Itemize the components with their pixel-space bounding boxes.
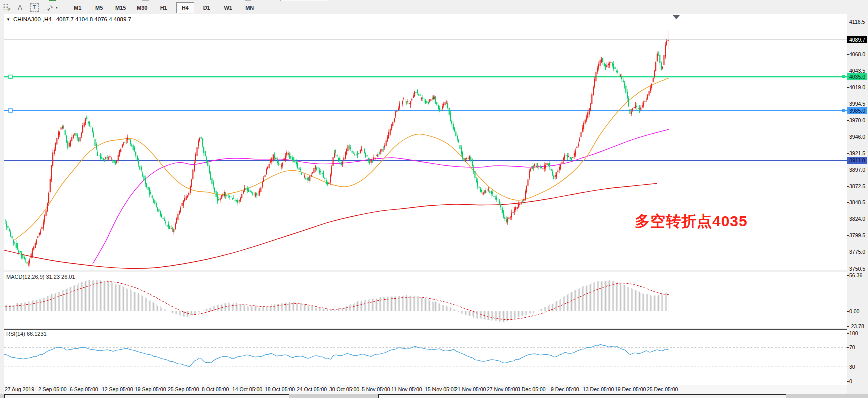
grid-icon: F (2, 4, 11, 12)
boxed-t-icon: T (30, 4, 39, 12)
price-badge-4035.0: 4035.0 (847, 74, 867, 80)
clipped-window-fragment (378, 394, 786, 398)
price-tick-label: 3970.0 (849, 118, 865, 124)
text-box-tool-button[interactable]: T (30, 3, 39, 13)
timeframe-button-w1[interactable]: W1 (219, 2, 237, 14)
text-label-tool-button[interactable]: A (18, 3, 22, 13)
price-tick-label: 3946.0 (849, 134, 865, 140)
time-axis-label: 6 Sep 05:00 (70, 386, 98, 392)
time-axis-label: 12 Sep 05:00 (102, 386, 133, 392)
price-tick-label: 3750.5 (849, 266, 865, 272)
timeframe-button-m15[interactable]: M15 (112, 2, 130, 14)
time-axis-label: 19 Sep 05:00 (135, 386, 166, 392)
price-tick-label: 3799.5 (849, 232, 865, 238)
time-axis-label: 11 Nov 05:00 (391, 386, 422, 392)
time-axis-label: 27 Nov 05:00 (487, 386, 518, 392)
ohlc-values: 4087.7 4104.8 4076.4 4089.7 (56, 16, 131, 22)
chart-title: ▼ CHINA300-,H4 4087.7 4104.8 4076.4 4089… (6, 16, 131, 22)
letter-a-icon: A (18, 4, 22, 12)
timeframe-button-h1[interactable]: H1 (155, 2, 173, 14)
macd-tick-label: 0.00 (849, 308, 859, 314)
bottom-clipped-windows (0, 394, 868, 398)
macd-tick-label: 56.36 (849, 272, 862, 278)
arrows-tool-button[interactable]: ▾ (46, 3, 58, 13)
macd-tick-label: -23.78 (849, 324, 864, 330)
time-axis-label: 24 Oct 05:00 (297, 386, 327, 392)
rsi-pane[interactable] (4, 330, 847, 386)
rsi-tick-label: 0 (849, 378, 852, 384)
bull-bear-pivot-annotation: 多空转折点4035 (635, 212, 748, 232)
chevron-down-icon: ▾ (56, 6, 58, 10)
timeframe-button-d1[interactable]: D1 (198, 2, 216, 14)
toolbar-separator (63, 4, 64, 12)
price-badge-4089.7: 4089.7 (847, 36, 867, 44)
time-axis-label: 8 Oct 05:00 (202, 386, 229, 392)
mt4-window: F A T ▾ M1M5M15M30H1H4D1W1MN ▼ CHINA300-… (0, 0, 868, 398)
time-axis-label: 27 Aug 2019 (5, 386, 34, 392)
macd-pane[interactable] (4, 272, 847, 328)
time-axis-label: 3 Dec 05:00 (517, 386, 546, 392)
rsi-tick-label: 100 (849, 330, 858, 336)
main-chart-pane[interactable] (4, 14, 847, 270)
rsi-label: RSI(14) 66.1231 (6, 331, 47, 337)
time-axis-label: 9 Dec 05:00 (551, 386, 579, 392)
timeframe-bar: M1M5M15M30H1H4D1W1MN (69, 2, 259, 14)
time-axis-label: 30 Oct 05:00 (329, 386, 359, 392)
price-tick-label: 4116.5 (849, 19, 865, 25)
price-tick-label: 3824.0 (849, 216, 865, 222)
time-axis-label: 25 Dec 05:00 (647, 386, 678, 392)
symbol-dropdown-icon[interactable]: ▼ (6, 18, 10, 22)
timeframe-button-mn[interactable]: MN (241, 2, 259, 14)
clipped-window-fragment (4, 394, 289, 398)
time-axis-label: 25 Sep 05:00 (168, 386, 199, 392)
timeframe-button-m30[interactable]: M30 (133, 2, 151, 14)
chart-toolbar: F A T ▾ M1M5M15M30H1H4D1W1MN (0, 2, 868, 14)
price-badge-3985.0: 3985.0 (847, 108, 867, 114)
time-axis-label: 21 Nov 05:00 (455, 386, 486, 392)
price-tick-label: 4068.0 (849, 52, 865, 58)
price-badge-3911.0: 3911.0 (847, 157, 867, 164)
time-axis-label: 2 Sep 05:00 (38, 386, 67, 392)
price-tick-label: 3921.5 (849, 150, 865, 156)
timeframe-button-m1[interactable]: M1 (69, 2, 87, 14)
price-tick-label: 4019.0 (849, 84, 865, 90)
rsi-tick-label: 30 (849, 364, 855, 370)
time-axis-label: 5 Nov 05:00 (362, 386, 390, 392)
toolbar-separator (263, 4, 264, 12)
time-axis-label: 15 Nov 05:00 (425, 386, 456, 392)
price-tick-label: 3872.5 (849, 184, 865, 190)
price-tick-label: 3994.5 (849, 101, 865, 107)
rsi-tick-label: 70 (849, 344, 855, 350)
time-axis-label: 19 Dec 05:00 (615, 386, 646, 392)
price-tick-label: 3775.0 (849, 249, 865, 255)
grid-icon-f-label: F (8, 8, 10, 12)
price-tick-label: 3897.0 (849, 167, 865, 173)
macd-label: MACD(12,26,9) 31.23 26.01 (6, 274, 75, 280)
price-tick-label: 3848.5 (849, 200, 865, 206)
time-axis-label: 14 Oct 05:00 (232, 386, 262, 392)
time-axis-label: 18 Oct 05:00 (265, 386, 295, 392)
time-axis-label: 13 Dec 05:00 (583, 386, 614, 392)
arrow-shapes-icon (46, 4, 55, 12)
timeframe-button-m5[interactable]: M5 (90, 2, 108, 14)
indicators-grid-button[interactable]: F (2, 3, 11, 13)
symbol-timeframe-label: CHINA300-,H4 (13, 16, 52, 22)
timeframe-button-h4[interactable]: H4 (176, 2, 194, 14)
